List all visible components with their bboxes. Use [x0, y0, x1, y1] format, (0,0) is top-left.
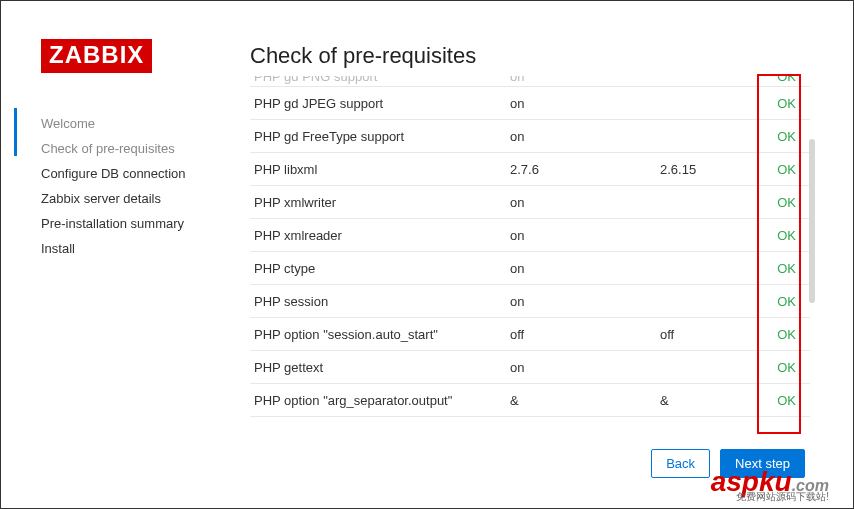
- prereq-current: on: [510, 96, 660, 111]
- setup-sidebar: WelcomeCheck of pre-requisitesConfigure …: [41, 111, 221, 261]
- sidebar-item-3[interactable]: Zabbix server details: [41, 186, 221, 211]
- prereq-name: PHP ctype: [250, 261, 510, 276]
- prereq-name: PHP gd FreeType support: [250, 129, 510, 144]
- sidebar-item-4[interactable]: Pre-installation summary: [41, 211, 221, 236]
- prereq-current: on: [510, 76, 660, 84]
- prereq-current: on: [510, 294, 660, 309]
- sidebar-indicator: [14, 108, 17, 156]
- prereq-current: on: [510, 228, 660, 243]
- table-row: PHP gd PNG supportonOK: [250, 76, 810, 87]
- zabbix-logo: ZABBIX: [41, 39, 152, 73]
- prereq-status: OK: [760, 327, 800, 342]
- table-row: PHP libxml2.7.62.6.15OK: [250, 153, 810, 186]
- app-frame: ZABBIX Check of pre-requisites WelcomeCh…: [0, 0, 854, 509]
- table-row: PHP ctypeonOK: [250, 252, 810, 285]
- prereq-status: OK: [760, 294, 800, 309]
- prereq-status: OK: [760, 162, 800, 177]
- prereq-status: OK: [760, 228, 800, 243]
- prereq-required: 2.6.15: [660, 162, 760, 177]
- table-row: PHP gettextonOK: [250, 351, 810, 384]
- prereq-current: on: [510, 261, 660, 276]
- prereq-status: OK: [760, 96, 800, 111]
- watermark-domain: .com: [792, 477, 829, 494]
- table-row: PHP xmlreaderonOK: [250, 219, 810, 252]
- table-row: PHP gd JPEG supportonOK: [250, 87, 810, 120]
- prereq-required: &: [660, 393, 760, 408]
- prereq-name: PHP gettext: [250, 360, 510, 375]
- table-row: PHP gd FreeType supportonOK: [250, 120, 810, 153]
- prereq-current: on: [510, 129, 660, 144]
- prereq-status: OK: [760, 129, 800, 144]
- table-row: PHP sessiononOK: [250, 285, 810, 318]
- footer-buttons: Back Next step: [651, 449, 805, 478]
- prereq-name: PHP gd PNG support: [250, 76, 510, 84]
- watermark-sub: 免费网站源码下载站!: [736, 490, 829, 504]
- prereq-status: OK: [760, 76, 800, 84]
- prereq-current: off: [510, 327, 660, 342]
- table-row: PHP xmlwriteronOK: [250, 186, 810, 219]
- prereq-current: &: [510, 393, 660, 408]
- sidebar-item-0[interactable]: Welcome: [41, 111, 221, 136]
- prereq-status: OK: [760, 393, 800, 408]
- prereq-current: on: [510, 195, 660, 210]
- prereq-status: OK: [760, 261, 800, 276]
- next-step-button[interactable]: Next step: [720, 449, 805, 478]
- prereq-current: on: [510, 360, 660, 375]
- prereq-status: OK: [760, 195, 800, 210]
- prereq-name: PHP xmlreader: [250, 228, 510, 243]
- prereq-table: PHP gd PNG supportonOKPHP gd JPEG suppor…: [250, 76, 810, 446]
- sidebar-item-2[interactable]: Configure DB connection: [41, 161, 221, 186]
- prereq-name: PHP gd JPEG support: [250, 96, 510, 111]
- prereq-required: off: [660, 327, 760, 342]
- prereq-name: PHP option "session.auto_start": [250, 327, 510, 342]
- prereq-name: PHP option "arg_separator.output": [250, 393, 510, 408]
- back-button[interactable]: Back: [651, 449, 710, 478]
- prereq-name: PHP session: [250, 294, 510, 309]
- table-row: PHP option "session.auto_start"offoffOK: [250, 318, 810, 351]
- scrollbar-thumb[interactable]: [809, 139, 815, 303]
- prereq-current: 2.7.6: [510, 162, 660, 177]
- prereq-status: OK: [760, 360, 800, 375]
- prereq-name: PHP xmlwriter: [250, 195, 510, 210]
- prereq-name: PHP libxml: [250, 162, 510, 177]
- sidebar-item-1[interactable]: Check of pre-requisites: [41, 136, 221, 161]
- page-title: Check of pre-requisites: [250, 43, 476, 69]
- sidebar-item-5[interactable]: Install: [41, 236, 221, 261]
- table-row: PHP option "arg_separator.output"&&OK: [250, 384, 810, 417]
